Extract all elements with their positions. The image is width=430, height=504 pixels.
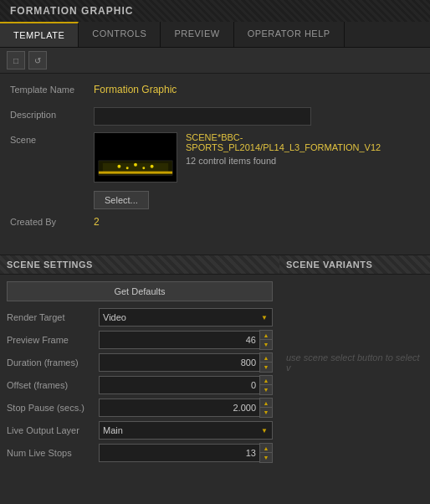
variants-placeholder: use scene select button to select v — [286, 352, 423, 373]
num-live-stops-input[interactable] — [99, 444, 259, 462]
render-target-select[interactable]: Video — [99, 308, 273, 327]
scene-name: SCENE*BBC-SPORTS_PL2014/PL14_L3_FORMATIO… — [186, 132, 420, 152]
offset-spinners: ▲ ▼ — [259, 375, 273, 395]
tab-operator-help[interactable]: OPERATOR HELP — [234, 22, 345, 47]
duration-spinners: ▲ ▼ — [259, 352, 273, 373]
preview-frame-label: Preview Frame — [7, 335, 99, 345]
scene-row: Scene — [10, 132, 420, 183]
scene-label: Scene — [10, 132, 94, 145]
duration-input[interactable] — [99, 353, 259, 372]
description-row: Description — [10, 107, 420, 126]
stop-pause-input[interactable] — [99, 399, 259, 417]
duration-down[interactable]: ▼ — [260, 363, 272, 372]
render-target-control: Video — [99, 308, 273, 327]
template-content: Template Name Formation Graphic Descript… — [0, 74, 430, 248]
toolbar-icon-1[interactable]: □ — [7, 51, 25, 69]
live-output-label: Live Output Layer — [7, 425, 99, 435]
stop-pause-spinners: ▲ ▼ — [259, 398, 273, 418]
stop-pause-row: Stop Pause (secs.) ▲ ▼ — [7, 399, 273, 417]
stop-pause-label: Stop Pause (secs.) — [7, 403, 99, 413]
preview-frame-up[interactable]: ▲ — [260, 331, 272, 340]
created-by-label: Created By — [10, 214, 94, 227]
description-label: Description — [10, 107, 94, 120]
scene-info: SCENE*BBC-SPORTS_PL2014/PL14_L3_FORMATIO… — [186, 132, 420, 166]
toolbar: □ ↺ — [0, 48, 430, 74]
scene-thumbnail — [94, 132, 177, 183]
live-output-row: Live Output Layer Main Secondary — [7, 421, 273, 440]
template-name-label: Template Name — [10, 82, 94, 95]
render-target-row: Render Target Video — [7, 308, 273, 327]
tab-bar: TEMPLATE CONTROLS PREVIEW OPERATOR HELP — [0, 22, 430, 48]
template-name-row: Template Name Formation Graphic — [10, 82, 420, 100]
preview-frame-input[interactable] — [99, 331, 259, 349]
description-input[interactable] — [94, 107, 311, 126]
preview-frame-control: ▲ ▼ — [99, 330, 273, 350]
num-live-stops-control: ▲ ▼ — [99, 443, 273, 463]
stop-pause-control: ▲ ▼ — [99, 398, 273, 418]
select-button[interactable]: Select... — [94, 191, 149, 209]
duration-control: ▲ ▼ — [99, 352, 273, 373]
offset-down[interactable]: ▼ — [260, 385, 272, 394]
num-live-stops-down[interactable]: ▼ — [260, 453, 272, 462]
created-by-row: Created By 2 — [10, 214, 420, 233]
svg-point-4 — [117, 165, 120, 168]
scene-settings-header: SCENE SETTINGS — [0, 255, 279, 275]
tab-controls[interactable]: CONTROLS — [79, 22, 161, 47]
tab-preview[interactable]: PREVIEW — [161, 22, 233, 47]
preview-frame-down[interactable]: ▼ — [260, 340, 272, 349]
scene-variants-panel: SCENE VARIANTS use scene select button t… — [279, 255, 430, 473]
scene-items: 12 control items found — [186, 156, 420, 166]
duration-row: Duration (frames) ▲ ▼ — [7, 353, 273, 372]
tab-template[interactable]: TEMPLATE — [0, 22, 79, 47]
svg-point-6 — [151, 165, 154, 168]
num-live-stops-label: Num Live Stops — [7, 448, 99, 458]
variants-inner: use scene select button to select v — [279, 275, 430, 450]
page-title-bar: FORMATION GRAPHIC — [0, 0, 430, 22]
num-live-stops-row: Num Live Stops ▲ ▼ — [7, 444, 273, 462]
num-live-stops-spinners: ▲ ▼ — [259, 443, 273, 463]
svg-point-7 — [126, 167, 129, 169]
stop-pause-up[interactable]: ▲ — [260, 399, 272, 408]
offset-control: ▲ ▼ — [99, 375, 273, 395]
created-by-value: 2 — [94, 214, 420, 228]
get-defaults-button[interactable]: Get Defaults — [7, 281, 273, 301]
template-name-value: Formation Graphic — [94, 82, 420, 95]
svg-point-8 — [142, 167, 145, 169]
svg-rect-3 — [99, 172, 172, 174]
offset-input[interactable] — [99, 376, 259, 394]
render-target-label: Render Target — [7, 312, 99, 322]
stop-pause-down[interactable]: ▼ — [260, 408, 272, 417]
offset-label: Offset (frames) — [7, 380, 99, 390]
scene-container: SCENE*BBC-SPORTS_PL2014/PL14_L3_FORMATIO… — [94, 132, 420, 183]
preview-frame-row: Preview Frame ▲ ▼ — [7, 331, 273, 349]
toolbar-icon-2[interactable]: ↺ — [28, 51, 47, 69]
page-title: FORMATION GRAPHIC — [10, 5, 133, 17]
scene-variants-header: SCENE VARIANTS — [279, 255, 430, 275]
duration-label: Duration (frames) — [7, 357, 99, 368]
settings-inner: Get Defaults Render Target Video Preview… — [0, 275, 279, 473]
scene-settings-panel: SCENE SETTINGS Get Defaults Render Targe… — [0, 255, 279, 473]
live-output-control: Main Secondary — [99, 421, 273, 440]
offset-row: Offset (frames) ▲ ▼ — [7, 376, 273, 394]
preview-frame-spinners: ▲ ▼ — [259, 330, 273, 350]
live-output-select[interactable]: Main Secondary — [99, 421, 273, 440]
duration-up[interactable]: ▲ — [260, 353, 272, 363]
svg-point-5 — [134, 163, 137, 167]
num-live-stops-up[interactable]: ▲ — [260, 444, 272, 453]
sections-row: SCENE SETTINGS Get Defaults Render Targe… — [0, 255, 430, 473]
offset-up[interactable]: ▲ — [260, 376, 272, 385]
